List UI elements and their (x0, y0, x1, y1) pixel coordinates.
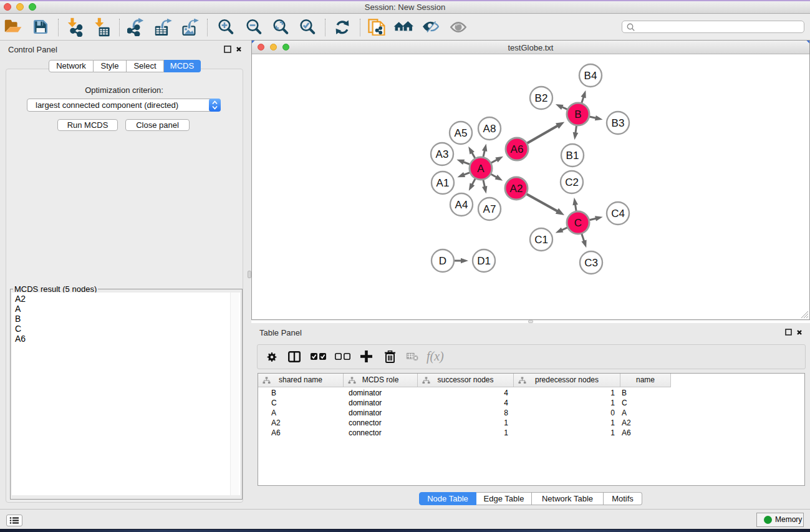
svg-text:A: A (477, 163, 485, 175)
svg-text:C2: C2 (565, 177, 579, 188)
svg-text:C1: C1 (534, 234, 548, 246)
svg-text:B1: B1 (566, 150, 579, 162)
svg-text:C3: C3 (584, 257, 598, 269)
svg-text:C4: C4 (611, 208, 625, 220)
svg-text:D1: D1 (477, 255, 491, 267)
svg-text:D: D (439, 255, 446, 267)
svg-text:A1: A1 (436, 177, 450, 189)
svg-text:B3: B3 (612, 117, 625, 129)
svg-text:B: B (574, 109, 581, 120)
svg-text:A7: A7 (483, 203, 496, 215)
svg-text:A4: A4 (455, 199, 468, 211)
svg-text:B2: B2 (535, 92, 548, 104)
svg-text:C: C (574, 217, 582, 229)
svg-text:A8: A8 (483, 123, 496, 135)
svg-text:A5: A5 (455, 127, 468, 139)
svg-text:A6: A6 (511, 143, 524, 155)
svg-text:A3: A3 (436, 148, 449, 160)
svg-text:B4: B4 (584, 70, 597, 82)
svg-text:A2: A2 (510, 183, 523, 195)
